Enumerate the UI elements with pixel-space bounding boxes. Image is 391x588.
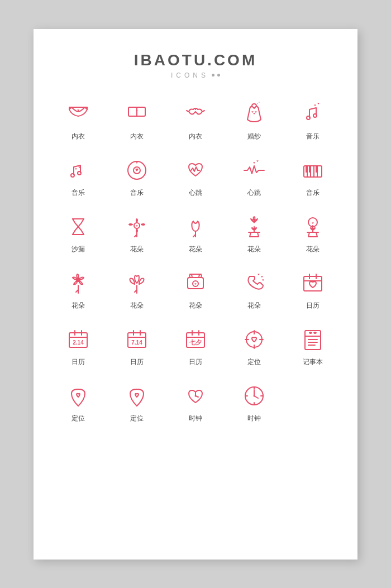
icon-cell-phone2: 花朵	[226, 264, 282, 315]
icon-cell-flower2: 花朵	[168, 208, 224, 259]
flower1-icon	[122, 212, 151, 241]
heartbeat2-label: 心跳	[247, 188, 261, 198]
clock2-icon	[240, 381, 269, 410]
svg-text:七夕: 七夕	[189, 339, 202, 346]
svg-rect-38	[304, 276, 322, 291]
calendar4-icon: 七夕	[181, 325, 210, 354]
svg-text:7.14: 7.14	[131, 340, 142, 346]
icon-cell-flower3: 花朵	[226, 208, 282, 259]
clock1-icon	[181, 381, 210, 410]
heartbeat2-icon	[240, 156, 269, 185]
location3-icon	[122, 381, 151, 410]
underwear2-label: 内衣	[130, 132, 144, 141]
svg-line-3	[202, 111, 204, 112]
calendar4-label: 日历	[189, 357, 202, 367]
card: IBAOTU.COM ICONS 内衣 内衣	[34, 29, 357, 560]
location3-label: 定位	[130, 414, 144, 423]
calendar2-label: 日历	[71, 357, 85, 367]
wedding-label: 婚纱	[247, 132, 261, 141]
icon-cell-calendar2: 2.14 日历	[50, 321, 107, 371]
icon-cell-music2: 音乐	[50, 151, 107, 202]
flower2-icon	[181, 212, 210, 241]
clock2-label: 时钟	[247, 414, 261, 423]
icon-cell-calendar3: 7.14 日历	[109, 321, 165, 371]
svg-point-69	[194, 395, 196, 396]
music1-label: 音乐	[306, 132, 320, 141]
calendar2-icon: 2.14	[64, 325, 93, 354]
calendar1-label: 日历	[306, 301, 320, 310]
icon-cell-clock2: 时钟	[226, 377, 282, 428]
icon-cell-calendar1: 日历	[284, 264, 341, 315]
flower1-label: 花朵	[130, 245, 144, 254]
location2-label: 定位	[71, 414, 85, 423]
icon-cell-heartbeat2: 心跳	[226, 151, 282, 202]
clock1-label: 时钟	[189, 414, 202, 423]
svg-point-73	[253, 395, 255, 396]
flower5-label: 花朵	[71, 301, 85, 310]
icon-cell-underwear2: 内衣	[109, 95, 165, 146]
flower4-icon	[298, 212, 327, 241]
icon-cell-heartbeat1: 心跳	[168, 151, 224, 202]
flower4-label: 花朵	[306, 245, 320, 254]
phone1-label: 花朵	[189, 301, 202, 310]
underwear1-label: 内衣	[71, 132, 85, 141]
icon-cell-notebook: 记事本	[284, 321, 341, 371]
icon-cell-music1: 音乐	[284, 95, 341, 146]
svg-point-32	[76, 278, 80, 282]
notebook-icon	[298, 325, 327, 354]
svg-point-6	[71, 174, 74, 177]
hourglass-icon	[64, 212, 93, 241]
svg-text:2.14: 2.14	[73, 340, 84, 346]
icon-grid: 内衣 内衣 内衣	[50, 95, 341, 428]
location1-icon	[240, 325, 269, 354]
notebook-label: 记事本	[303, 357, 323, 367]
icon-cell-wedding: 婚纱	[226, 95, 282, 146]
icon-cell-flower4: 花朵	[284, 208, 341, 259]
icon-cell-music5: 音乐	[284, 151, 341, 202]
flower6-label: 花朵	[130, 301, 144, 310]
location2-icon	[64, 381, 93, 410]
underwear1-icon	[64, 99, 93, 128]
heartbeat1-icon	[181, 156, 210, 185]
flower2-label: 花朵	[189, 245, 202, 254]
svg-rect-17	[316, 166, 318, 173]
icon-cell-location3: 定位	[109, 377, 165, 428]
icon-cell-phone1: 花朵	[168, 264, 224, 315]
music2-label: 音乐	[71, 188, 85, 198]
icon-cell-music3: 音乐	[109, 151, 165, 202]
flower3-icon	[240, 212, 269, 241]
flower5-icon	[64, 269, 93, 298]
icon-cell-flower1: 花朵	[109, 208, 165, 259]
svg-point-5	[313, 114, 317, 117]
icon-cell-hourglass: 沙漏	[50, 208, 107, 259]
icon-cell-location2: 定位	[50, 377, 107, 428]
calendar3-icon: 7.14	[122, 325, 151, 354]
icon-cell-underwear1: 内衣	[50, 95, 107, 146]
svg-point-7	[78, 171, 81, 175]
flower6-icon	[122, 269, 151, 298]
music5-icon	[298, 156, 327, 185]
wedding-dress-icon	[240, 99, 269, 128]
phone2-icon	[240, 269, 269, 298]
phone1-icon	[181, 269, 210, 298]
underwear3-label: 内衣	[189, 132, 202, 141]
icons-label: ICONS	[171, 71, 220, 79]
music5-label: 音乐	[306, 188, 320, 198]
music3-label: 音乐	[130, 188, 144, 198]
icon-cell-flower6: 花朵	[109, 264, 165, 315]
svg-rect-15	[306, 166, 308, 173]
icon-cell-calendar4: 七夕 日历	[168, 321, 224, 371]
svg-line-2	[187, 111, 189, 112]
site-title: IBAOTU.COM	[134, 51, 257, 69]
svg-rect-16	[309, 166, 311, 173]
icon-cell-location1: 定位	[226, 321, 282, 371]
music2-icon	[64, 156, 93, 185]
flower3-label: 花朵	[247, 245, 261, 254]
music1-icon	[298, 99, 327, 128]
calendar1-icon	[298, 269, 327, 298]
heartbeat1-label: 心跳	[189, 188, 202, 198]
icon-cell-underwear3: 内衣	[168, 95, 224, 146]
underwear2-icon	[122, 99, 151, 128]
svg-point-4	[307, 116, 310, 119]
calendar3-label: 日历	[130, 357, 144, 367]
